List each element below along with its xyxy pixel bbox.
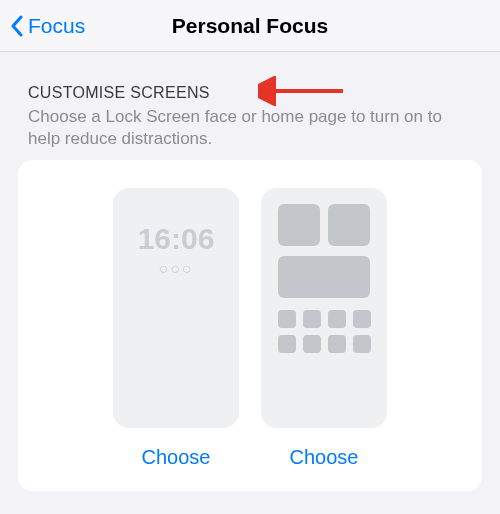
app-icon: [303, 335, 321, 353]
app-icon: [353, 310, 371, 328]
home-screen-content: [261, 188, 387, 369]
app-icon: [328, 335, 346, 353]
widget-square-icon: [278, 204, 320, 246]
app-icon: [328, 310, 346, 328]
section-header-block: CUSTOMISE SCREENS Choose a Lock Screen f…: [28, 84, 472, 150]
widget-row-2: [275, 256, 373, 298]
lock-screen-column: 16:06 ○○○ Choose: [113, 188, 239, 469]
widget-square-icon: [328, 204, 370, 246]
back-label: Focus: [28, 14, 85, 38]
home-screen-column: Choose: [261, 188, 387, 469]
back-button[interactable]: Focus: [10, 14, 85, 38]
chevron-left-icon: [10, 15, 24, 37]
widget-rect-icon: [278, 256, 370, 298]
choose-lock-screen-button[interactable]: Choose: [142, 446, 211, 469]
app-icon: [353, 335, 371, 353]
choose-home-screen-button[interactable]: Choose: [290, 446, 359, 469]
section-header: CUSTOMISE SCREENS: [28, 84, 472, 102]
lock-screen-preview[interactable]: 16:06 ○○○: [113, 188, 239, 428]
lock-screen-time: 16:06: [138, 222, 215, 256]
app-icon: [278, 310, 296, 328]
lock-screen-widgets-placeholder: ○○○: [159, 260, 194, 278]
section-subtitle: Choose a Lock Screen face or home page t…: [28, 106, 472, 150]
lock-screen-content: 16:06 ○○○: [113, 188, 239, 278]
app-icon: [278, 335, 296, 353]
app-icon: [303, 310, 321, 328]
app-icon-grid: [275, 310, 373, 353]
customise-screens-card: 16:06 ○○○ Choose: [18, 160, 482, 491]
content-area: CUSTOMISE SCREENS Choose a Lock Screen f…: [0, 52, 500, 491]
home-screen-preview[interactable]: [261, 188, 387, 428]
widget-row-1: [275, 204, 373, 246]
navigation-bar: Focus Personal Focus: [0, 0, 500, 52]
screen-previews: 16:06 ○○○ Choose: [38, 188, 462, 469]
page-title: Personal Focus: [172, 14, 328, 38]
